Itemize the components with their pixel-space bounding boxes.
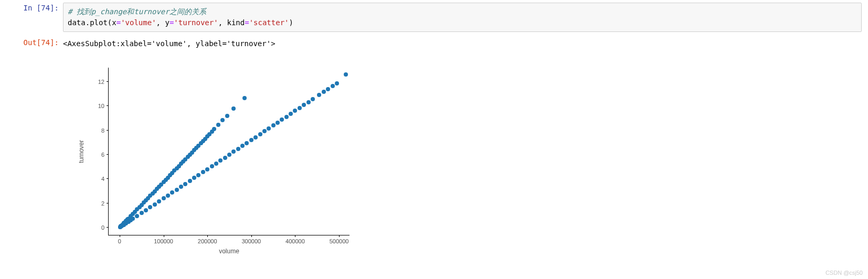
scatter-point [289, 112, 293, 116]
scatter-point [231, 149, 236, 154]
y-tick-label: 6 [101, 152, 104, 158]
scatter-point [236, 147, 240, 151]
x-tick-label: 0 [118, 238, 121, 244]
scatter-point [201, 170, 205, 174]
y-tick-label: 0 [101, 224, 104, 231]
scatter-point [135, 214, 139, 218]
code-op: = [117, 18, 121, 27]
y-tick-mark [107, 130, 109, 131]
code-string: 'turnover' [174, 18, 218, 27]
scatter-point [216, 123, 220, 127]
scatter-point [175, 188, 179, 192]
scatter-point [218, 158, 223, 163]
scatter-point [331, 84, 335, 88]
code-string: 'scatter' [249, 18, 289, 27]
scatter-point [271, 123, 276, 127]
y-tick-label: 10 [98, 103, 104, 109]
scatter-point [344, 72, 348, 77]
x-tick-mark [339, 235, 340, 237]
x-tick-label: 300000 [241, 238, 261, 244]
y-tick-mark [107, 227, 109, 228]
scatter-point [188, 179, 192, 183]
scatter-point [240, 144, 245, 148]
scatter-point [223, 156, 227, 160]
scatter-point [267, 126, 271, 131]
code-text: , kind [218, 18, 245, 27]
scatter-point [317, 93, 321, 97]
y-tick-mark [107, 203, 109, 203]
scatter-point [284, 115, 289, 119]
watermark-text: CSDN @csj50 [825, 270, 863, 276]
y-tick-label: 2 [101, 200, 104, 207]
scatter-point [311, 97, 315, 101]
output-prompt: Out[74]: [0, 37, 63, 48]
scatter-point [212, 127, 216, 131]
y-tick-mark [107, 105, 109, 106]
plot-axes: volume turnover 024681012010000020000030… [108, 68, 350, 235]
code-input[interactable]: # 找到p_change和turnover之间的关系 data.plot(x='… [63, 3, 862, 32]
scatter-point [148, 205, 152, 209]
code-op: = [245, 18, 249, 27]
x-tick-mark [207, 235, 208, 237]
scatter-point [225, 114, 229, 118]
scatter-point [306, 100, 311, 104]
y-axis-label: turnover [78, 140, 85, 163]
scatter-point [192, 176, 196, 180]
scatter-point [276, 121, 280, 125]
scatter-point [258, 132, 262, 136]
x-tick-mark [164, 235, 164, 237]
scatter-point [293, 109, 297, 113]
scatter-point [322, 90, 326, 94]
y-tick-label: 8 [101, 127, 104, 134]
y-tick-mark [107, 154, 109, 155]
x-axis-label: volume [219, 248, 239, 255]
scatter-point [166, 194, 170, 198]
scatter-point [144, 208, 148, 212]
scatter-point [153, 202, 157, 207]
scatter-point [249, 138, 253, 142]
scatter-point [326, 87, 330, 91]
code-text: ) [289, 18, 293, 27]
code-string: 'volume' [121, 18, 156, 27]
x-tick-mark [120, 235, 120, 237]
scatter-point [242, 96, 247, 100]
scatter-point [302, 103, 306, 107]
scatter-point [280, 117, 284, 122]
scatter-point [131, 217, 135, 221]
scatter-point [227, 153, 231, 157]
scatter-point [183, 182, 187, 186]
x-tick-label: 100000 [154, 238, 173, 244]
scatter-point [262, 129, 267, 133]
scatter-point [210, 164, 214, 168]
scatter-point [157, 199, 161, 203]
x-tick-label: 400000 [285, 238, 305, 244]
x-tick-mark [295, 235, 295, 237]
scatter-point [170, 190, 174, 195]
scatter-point [214, 162, 218, 166]
y-tick-mark [107, 81, 109, 82]
output-cell: Out[74]: <AxesSubplot:xlabel='volume', y… [0, 35, 868, 53]
y-tick-mark [107, 178, 109, 179]
scatter-point [220, 118, 225, 122]
scatter-point [298, 106, 302, 110]
scatter-point [253, 135, 258, 140]
scatter-point [245, 141, 249, 145]
scatter-point [205, 167, 209, 171]
y-tick-label: 12 [98, 79, 104, 85]
scatter-point [196, 173, 200, 177]
scatter-point [140, 211, 144, 215]
x-tick-label: 500000 [330, 238, 349, 244]
code-comment: # 找到p_change和turnover之间的关系 [68, 7, 206, 16]
y-tick-label: 4 [101, 176, 104, 182]
x-tick-label: 200000 [198, 238, 217, 244]
x-tick-mark [251, 235, 252, 237]
input-cell: In [74]: # 找到p_change和turnover之间的关系 data… [0, 0, 868, 35]
scatter-plot: volume turnover 024681012010000020000030… [68, 58, 362, 263]
code-text: , y [156, 18, 170, 27]
scatter-point [335, 81, 339, 85]
code-text: data.plot(x [68, 18, 117, 27]
scatter-point [162, 196, 166, 200]
input-prompt: In [74]: [0, 3, 63, 14]
output-text: <AxesSubplot:xlabel='volume', ylabel='tu… [63, 37, 868, 50]
scatter-point [179, 185, 183, 189]
